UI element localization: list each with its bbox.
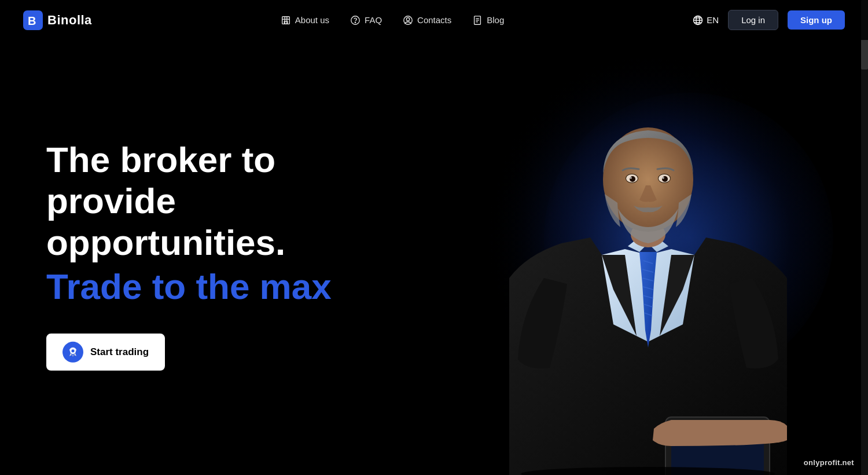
hero-heading-main: The broker to provide opportunities. — [46, 139, 405, 263]
login-button[interactable]: Log in — [728, 10, 778, 30]
svg-point-30 — [355, 21, 355, 22]
nav-right: EN Log in Sign up — [693, 10, 845, 30]
svg-point-16 — [630, 177, 632, 179]
nav-link-blog[interactable]: Blog — [472, 15, 504, 25]
svg-point-32 — [406, 17, 409, 20]
nav-item-faq[interactable]: FAQ — [350, 15, 382, 25]
rocket-circle — [62, 342, 83, 363]
watermark: onlyprofit.net — [804, 458, 854, 467]
start-trading-button[interactable]: Start trading — [46, 334, 165, 371]
nav-link-about[interactable]: About us — [281, 15, 329, 25]
document-icon — [472, 15, 483, 25]
hero-heading-blue: Trade to the max — [46, 265, 405, 308]
navbar: B Binolla About us — [0, 0, 868, 40]
hero-person-image — [475, 35, 822, 475]
svg-rect-24 — [282, 16, 290, 24]
brand-icon: B — [23, 10, 43, 30]
svg-point-17 — [662, 177, 664, 179]
brand-logo[interactable]: B Binolla — [23, 10, 92, 30]
nav-item-about[interactable]: About us — [281, 15, 329, 25]
nav-menu: About us FAQ — [281, 15, 504, 25]
nav-link-faq[interactable]: FAQ — [350, 15, 382, 25]
brand-name: Binolla — [47, 13, 92, 28]
signup-button[interactable]: Sign up — [788, 10, 845, 30]
hero-section: B Binolla About us — [0, 0, 868, 475]
rocket-icon — [67, 346, 79, 358]
scrollbar-track[interactable] — [861, 0, 868, 475]
nav-item-blog[interactable]: Blog — [472, 15, 504, 25]
building-icon — [281, 15, 291, 25]
svg-text:B: B — [28, 14, 36, 27]
nav-link-contacts[interactable]: Contacts — [403, 15, 451, 25]
svg-point-42 — [72, 350, 75, 353]
question-circle-icon — [350, 15, 361, 25]
language-selector[interactable]: EN — [693, 15, 719, 25]
hero-content: The broker to provide opportunities. Tra… — [46, 139, 405, 371]
user-circle-icon — [403, 15, 413, 25]
globe-icon — [693, 15, 703, 25]
start-trading-label: Start trading — [90, 346, 149, 358]
nav-item-contacts[interactable]: Contacts — [403, 15, 451, 25]
